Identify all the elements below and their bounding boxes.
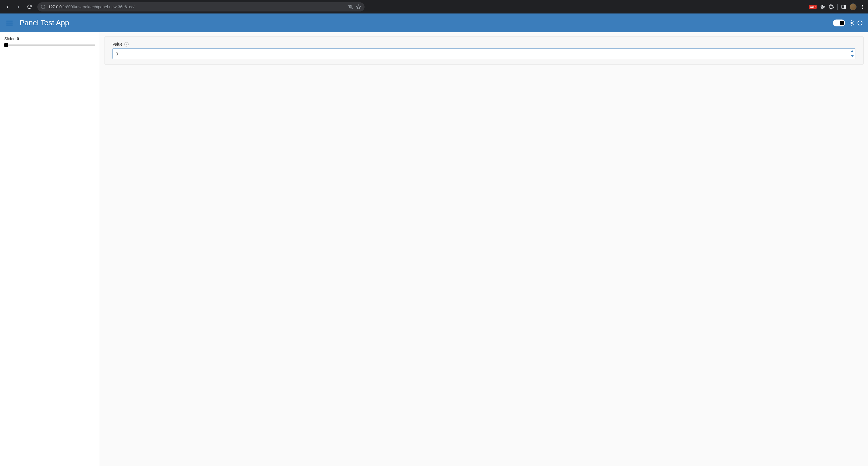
svg-line-17 <box>850 21 850 21</box>
url-host: 127.0.0.1 <box>48 5 65 9</box>
url-path: :8000/user/aktech/panel-new-36e61ec/ <box>65 5 134 9</box>
stepper-up-button[interactable] <box>849 49 855 54</box>
back-button[interactable] <box>3 2 12 11</box>
slider-label: Slider: 0 <box>4 36 95 41</box>
main-area: Value ? <box>100 32 868 466</box>
slider[interactable] <box>4 43 95 48</box>
info-icon <box>41 5 45 9</box>
abp-extension[interactable]: ABP <box>809 5 817 9</box>
circle-icon <box>857 20 863 26</box>
app-header: Panel Test App <box>0 13 868 32</box>
toggle-knob <box>840 21 844 25</box>
sidebar: Slider: 0 <box>0 32 100 466</box>
slider-handle[interactable] <box>4 43 8 47</box>
translate-icon[interactable] <box>348 4 353 9</box>
svg-point-14 <box>850 22 852 24</box>
sidepanel-icon[interactable] <box>841 4 846 9</box>
svg-line-21 <box>850 24 850 25</box>
value-input-wrap <box>113 48 856 59</box>
forward-button[interactable] <box>14 2 23 11</box>
bookmark-star-icon[interactable] <box>356 4 361 9</box>
value-card: Value ? <box>104 36 864 65</box>
svg-marker-25 <box>851 55 854 57</box>
slider-track-line <box>4 44 95 45</box>
slider-value: 0 <box>17 36 19 41</box>
slider-label-text: Slider: <box>4 36 17 41</box>
svg-point-13 <box>862 8 863 9</box>
svg-line-18 <box>853 24 854 25</box>
divider <box>837 4 838 10</box>
browser-chrome: 127.0.0.1:8000/user/aktech/panel-new-36e… <box>0 0 868 13</box>
help-icon[interactable]: ? <box>124 42 129 46</box>
svg-marker-3 <box>356 5 361 9</box>
value-input[interactable] <box>113 48 856 59</box>
extensions-icon[interactable] <box>829 4 834 9</box>
react-devtools-icon[interactable] <box>820 4 825 9</box>
svg-rect-10 <box>844 5 846 9</box>
hamburger-menu-button[interactable] <box>5 20 14 26</box>
reload-button[interactable] <box>25 2 34 11</box>
svg-point-12 <box>862 6 863 7</box>
content: Slider: 0 Value ? <box>0 32 868 466</box>
url-text: 127.0.0.1:8000/user/aktech/panel-new-36e… <box>48 5 134 9</box>
url-bar[interactable]: 127.0.0.1:8000/user/aktech/panel-new-36e… <box>37 2 365 11</box>
value-label: Value <box>113 42 123 46</box>
svg-point-4 <box>823 6 823 7</box>
stepper-down-button[interactable] <box>849 54 855 59</box>
chrome-menu-icon[interactable] <box>860 4 865 9</box>
svg-point-23 <box>858 21 862 25</box>
svg-marker-24 <box>851 50 854 52</box>
theme-toggle[interactable] <box>833 20 845 26</box>
app-title: Panel Test App <box>20 19 69 27</box>
sun-icon <box>848 20 855 26</box>
profile-avatar[interactable] <box>849 3 857 10</box>
svg-point-11 <box>862 5 863 6</box>
value-label-row: Value ? <box>113 42 856 46</box>
svg-line-22 <box>853 21 854 21</box>
